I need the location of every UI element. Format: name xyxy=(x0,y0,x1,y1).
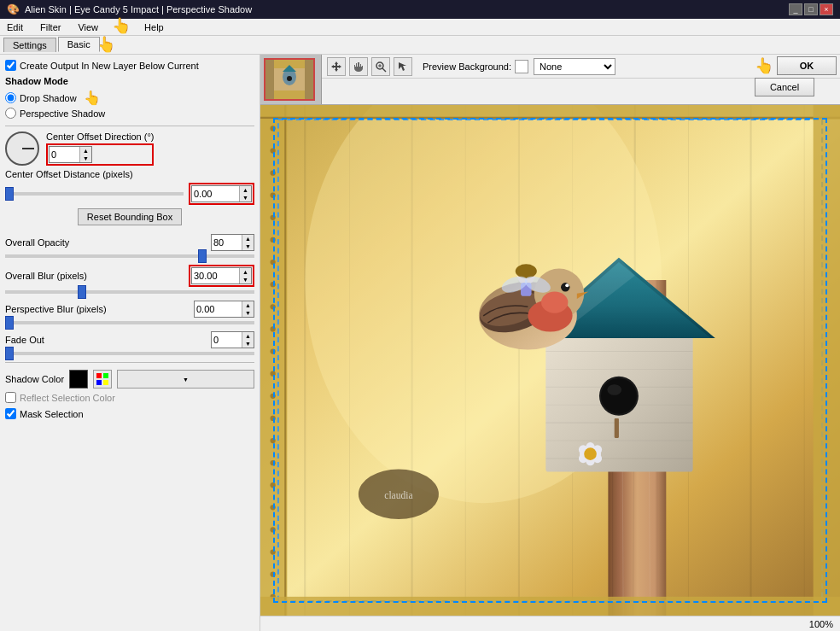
svg-rect-0 xyxy=(96,373,102,378)
menu-help[interactable]: Help xyxy=(141,21,167,33)
shadow-color-label: Shadow Color xyxy=(5,374,64,384)
mask-selection-checkbox[interactable] xyxy=(5,408,16,419)
fade-out-up[interactable]: ▲ xyxy=(242,332,254,340)
svg-point-44 xyxy=(270,371,275,377)
mask-selection-row: Mask Selection xyxy=(5,408,254,419)
divider-2 xyxy=(5,362,254,363)
perspective-shadow-radio[interactable] xyxy=(5,108,16,119)
svg-point-85 xyxy=(584,447,597,460)
zoom-level: 100% xyxy=(809,619,833,629)
create-output-row: Create Output In New Layer Below Current xyxy=(5,60,254,71)
overall-opacity-row: Overall Opacity ▲ ▼ xyxy=(5,234,254,251)
svg-point-38 xyxy=(270,237,275,242)
svg-point-43 xyxy=(270,348,275,353)
maximize-button[interactable]: □ xyxy=(804,3,818,15)
tab-settings[interactable]: Settings xyxy=(3,38,56,52)
overall-blur-input[interactable] xyxy=(192,268,239,283)
perspective-blur-input[interactable] xyxy=(195,301,242,317)
menu-view[interactable]: View xyxy=(74,21,102,33)
overall-blur-up[interactable]: ▲ xyxy=(240,268,251,276)
select-tool-button[interactable] xyxy=(394,57,412,76)
overall-opacity-spinbox: ▲ ▼ xyxy=(211,234,254,251)
center-offset-dist-up[interactable]: ▲ xyxy=(240,186,251,194)
pan-tool-icon xyxy=(353,61,365,73)
center-offset-dir-input[interactable] xyxy=(50,147,79,162)
center-offset-dir-spinner: ▲ ▼ xyxy=(79,147,91,162)
shadow-color-swatch[interactable] xyxy=(69,370,88,389)
svg-point-37 xyxy=(270,215,275,220)
svg-point-51 xyxy=(270,527,275,532)
overall-blur-label: Overall Blur (pixels) xyxy=(5,271,87,281)
preview-bg-color xyxy=(515,60,528,73)
thumbnail-svg xyxy=(265,60,313,99)
fade-out-input[interactable] xyxy=(212,332,242,348)
color-dropdown-btn[interactable]: ▼ xyxy=(117,370,254,389)
shadow-mode-group: Drop Shadow 👆 Perspective Shadow xyxy=(5,90,254,119)
overall-blur-slider[interactable] xyxy=(5,290,254,294)
center-offset-dist-row: Center Offset Distance (pixels) xyxy=(5,169,254,179)
svg-point-50 xyxy=(270,505,275,510)
svg-point-91 xyxy=(565,283,569,287)
svg-point-52 xyxy=(270,549,275,554)
overall-blur-slider-row xyxy=(5,290,254,294)
tab-basic[interactable]: Basic xyxy=(58,37,100,52)
svg-point-49 xyxy=(270,482,275,488)
fade-out-spinbox: ▲ ▼ xyxy=(211,331,254,348)
menu-filter[interactable]: Filter xyxy=(37,21,64,33)
create-output-checkbox[interactable] xyxy=(5,60,16,71)
center-offset-dist-slider[interactable] xyxy=(5,192,184,196)
thumbnail-strip xyxy=(260,55,322,104)
window-controls: _ □ × xyxy=(789,3,833,15)
reflect-selection-checkbox[interactable] xyxy=(5,392,16,403)
menu-bar: Edit Filter View👆 Help xyxy=(0,19,840,36)
preview-bg-select[interactable]: None White Black Checkerboard xyxy=(534,58,615,75)
center-offset-dir-down[interactable]: ▼ xyxy=(80,155,91,162)
svg-point-10 xyxy=(287,76,292,81)
cancel-button[interactable]: Cancel xyxy=(755,78,814,96)
close-button[interactable]: × xyxy=(820,3,833,15)
center-offset-dir-highlighted: ▲ ▼ xyxy=(46,143,154,166)
reset-btn-container: Reset Bounding Box xyxy=(5,208,254,231)
overall-opacity-slider[interactable] xyxy=(5,254,254,258)
overall-opacity-label: Overall Opacity xyxy=(5,237,69,248)
overall-blur-down[interactable]: ▼ xyxy=(240,276,251,283)
svg-rect-1 xyxy=(103,373,108,378)
move-tool-button[interactable] xyxy=(327,57,346,76)
svg-rect-5 xyxy=(265,60,274,99)
title-bar-text: Alien Skin | Eye Candy 5 Impact | Perspe… xyxy=(25,4,252,15)
scene-svg: claudia xyxy=(260,105,840,616)
ok-button[interactable]: OK xyxy=(777,56,837,75)
overall-blur-row: Overall Blur (pixels) ▲ ▼ xyxy=(5,265,254,287)
overall-opacity-input[interactable] xyxy=(212,235,242,250)
preview-image-area: claudia xyxy=(260,105,840,616)
ok-row: 👆 OK xyxy=(755,56,837,75)
minimize-button[interactable]: _ xyxy=(789,3,802,15)
shadow-color-row: Shadow Color ▼ xyxy=(5,370,254,389)
perspective-blur-slider[interactable] xyxy=(5,321,254,324)
action-buttons-area: 👆 OK Cancel xyxy=(755,56,837,96)
color-picker-button[interactable] xyxy=(93,370,112,389)
shadow-mode-label: Shadow Mode xyxy=(5,76,254,86)
top-strip: Preview Background: None White Black Che… xyxy=(260,55,840,105)
svg-point-96 xyxy=(516,264,537,278)
svg-rect-6 xyxy=(305,60,313,99)
angle-circle[interactable] xyxy=(5,131,39,166)
thumbnail-image[interactable] xyxy=(264,58,315,101)
fade-out-slider[interactable] xyxy=(5,352,254,355)
center-offset-dist-input[interactable] xyxy=(192,186,239,202)
drop-shadow-radio[interactable] xyxy=(5,92,16,103)
app-icon: 🎨 xyxy=(7,3,20,15)
right-area: 👆 OK Cancel xyxy=(260,55,840,631)
center-offset-dist-down[interactable]: ▼ xyxy=(240,194,251,202)
main-layout: Create Output In New Layer Below Current… xyxy=(0,55,840,631)
overall-opacity-up[interactable]: ▲ xyxy=(242,235,254,242)
perspective-blur-up[interactable]: ▲ xyxy=(242,301,254,309)
divider-1 xyxy=(5,126,254,126)
status-bar: 100% xyxy=(260,616,840,631)
center-offset-dir-up[interactable]: ▲ xyxy=(80,147,91,155)
menu-edit[interactable]: Edit xyxy=(3,21,26,33)
zoom-tool-button[interactable] xyxy=(371,57,390,76)
pan-tool-button[interactable] xyxy=(349,57,368,76)
reset-bounding-box-button[interactable]: Reset Bounding Box xyxy=(78,208,182,225)
svg-point-35 xyxy=(270,170,275,175)
